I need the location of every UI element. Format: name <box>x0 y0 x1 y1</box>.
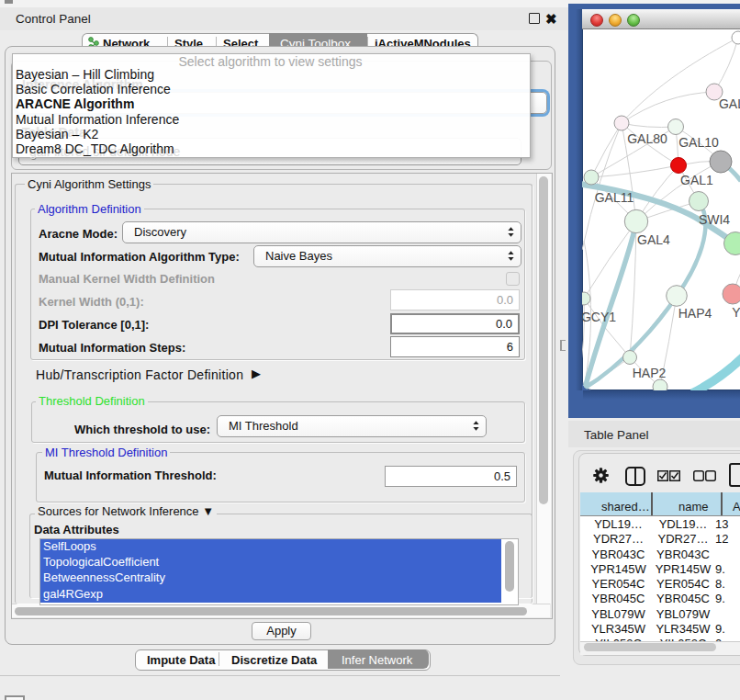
svg-text:HAP2: HAP2 <box>633 366 667 380</box>
svg-text:HAP4: HAP4 <box>678 306 712 321</box>
svg-text:GAL10: GAL10 <box>678 135 719 150</box>
svg-text:GAL4: GAL4 <box>637 232 670 247</box>
svg-text:GAL: GAL <box>719 96 740 111</box>
svg-text:SWI4: SWI4 <box>699 212 730 227</box>
svg-text:GCY1: GCY1 <box>582 310 616 324</box>
svg-text:Y: Y <box>732 305 740 320</box>
svg-text:GAL11: GAL11 <box>595 190 634 205</box>
svg-text:GAL80: GAL80 <box>627 131 667 146</box>
svg-text:GAL1: GAL1 <box>680 173 713 187</box>
